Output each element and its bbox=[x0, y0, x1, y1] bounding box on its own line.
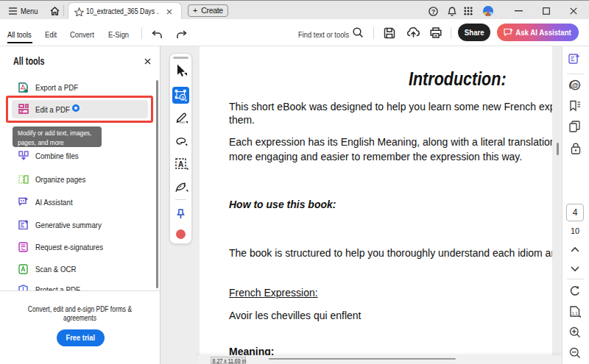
svg-text:A: A bbox=[177, 160, 183, 168]
svg-text:@: @ bbox=[572, 81, 579, 89]
svg-text:?: ? bbox=[431, 8, 435, 15]
svg-text:a: a bbox=[181, 94, 184, 99]
svg-text:1:1: 1:1 bbox=[572, 311, 578, 315]
